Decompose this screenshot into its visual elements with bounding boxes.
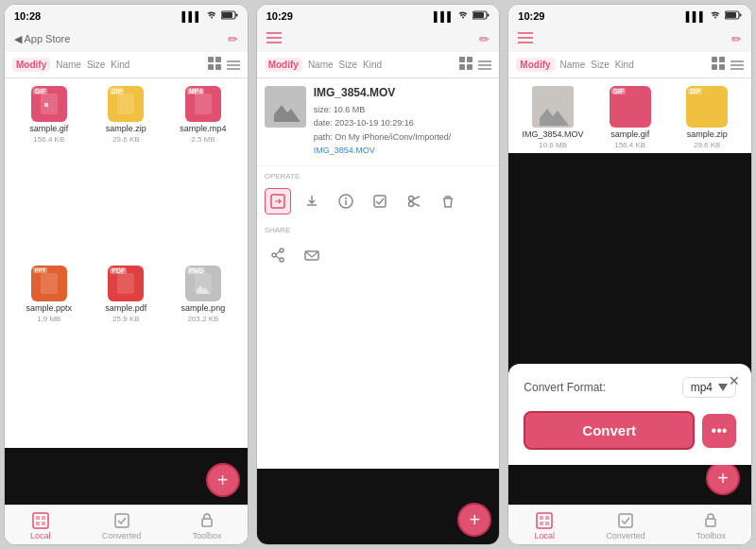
svg-rect-55	[719, 57, 725, 62]
svg-point-39	[408, 201, 413, 206]
svg-rect-25	[459, 57, 465, 62]
hamburger-icon-3[interactable]	[518, 30, 533, 47]
grid-icon-2[interactable]	[459, 57, 472, 74]
modify-btn-2[interactable]: Modify	[265, 58, 302, 72]
share-op-icon[interactable]	[265, 242, 291, 268]
file-info-row: IMG_3854.MOV size: 10.6 MB date: 2023-10…	[257, 78, 500, 166]
svg-rect-50	[740, 14, 742, 17]
convert-button[interactable]: Convert	[524, 411, 695, 450]
status-bar-1: 10:28 ▌▌▌	[5, 5, 248, 26]
list-item[interactable]: IMG_3854.MOV 10.6 MB	[516, 86, 590, 149]
svg-rect-13	[41, 273, 58, 294]
edit-icon-1[interactable]: ✏	[228, 32, 238, 46]
svg-rect-63	[619, 514, 632, 527]
bottom-bar-3: Local Converted Toolbox	[508, 505, 751, 544]
svg-rect-54	[712, 57, 717, 62]
add-fab-3[interactable]: +	[706, 461, 740, 495]
app-store-back[interactable]: ◀ App Store	[14, 33, 70, 45]
email-op-icon[interactable]	[299, 242, 325, 268]
svg-point-42	[280, 249, 284, 252]
file-detail-date: date: 2023-10-19 10:29:16	[314, 116, 492, 129]
tab-toolbox-3[interactable]: Toolbox	[696, 512, 726, 540]
svg-rect-1	[222, 12, 232, 18]
convert-op-icon[interactable]	[265, 188, 291, 214]
edit-icon-3[interactable]: ✏	[731, 32, 742, 46]
phone1: 10:28 ▌▌▌ ◀ App Store ✏ Modify Name Size…	[4, 4, 249, 545]
mov-thumbnail	[532, 86, 574, 128]
list-item[interactable]: ZIP sample.zip 29.6 KB	[670, 86, 744, 149]
signal-icon-1: ▌▌▌	[181, 11, 201, 22]
menu-icon-1[interactable]	[227, 57, 240, 74]
file-grid-3: IMG_3854.MOV 10.6 MB GIF sample.gif 156.…	[508, 78, 751, 153]
list-item[interactable]: ZIP sample.zip 29.6 KB	[90, 86, 163, 262]
tab-converted-1[interactable]: Converted	[102, 512, 142, 540]
svg-line-45	[276, 251, 280, 254]
tab-local-1[interactable]: Local	[30, 512, 51, 540]
list-item[interactable]: PNG sample.png 203.2 KB	[166, 266, 240, 441]
list-item[interactable]: PPT sample.pptx 1.9 MB	[12, 266, 86, 441]
svg-rect-2	[235, 14, 237, 17]
convert-modal: ✕ Convert Format: mp4 Convert •••	[508, 364, 751, 465]
bottom-bar-1: Local Converted Toolbox	[5, 505, 248, 544]
kind-label-1[interactable]: Kind	[111, 60, 129, 70]
signal-icon-2: ▌▌▌	[434, 11, 454, 22]
cut-op-icon[interactable]	[401, 188, 427, 214]
delete-op-icon[interactable]	[435, 188, 461, 214]
svg-rect-37	[374, 196, 386, 207]
toolbar-1: Modify Name Size Kind	[5, 52, 248, 78]
kind-label-2[interactable]: Kind	[363, 60, 382, 70]
nav-bar-2: ✏	[257, 26, 500, 52]
tab-local-3[interactable]: Local	[534, 512, 555, 540]
add-fab-2[interactable]: +	[457, 503, 491, 537]
wifi-icon-3	[710, 10, 721, 22]
file-grid-1: GIF sample.gif 156.4 KB ZIP sample.zip 2…	[5, 78, 248, 448]
file-name: sample.zip	[106, 124, 146, 133]
svg-rect-57	[719, 64, 725, 70]
hamburger-icon-2[interactable]	[266, 30, 282, 47]
size-label-2[interactable]: Size	[339, 60, 357, 70]
battery-icon-3	[725, 10, 742, 22]
grid-icon-3[interactable]	[712, 57, 725, 74]
list-item[interactable]: MP4 sample.mp4 2.5 MB	[166, 86, 240, 262]
svg-point-38	[408, 196, 413, 200]
list-item[interactable]: GIF sample.gif 156.4 KB	[12, 86, 86, 262]
file-size: 29.6 KB	[112, 135, 139, 144]
modal-close-btn[interactable]: ✕	[729, 373, 740, 388]
list-item[interactable]: PDF sample.pdf 25.9 KB	[90, 266, 163, 441]
status-bar-2: 10:29 ▌▌▌	[257, 5, 500, 26]
menu-icon-2[interactable]	[478, 57, 491, 74]
file-size: 203.2 KB	[187, 315, 218, 323]
share-icons	[265, 242, 492, 268]
size-label-3[interactable]: Size	[591, 60, 609, 70]
black-area-3: ✕ Convert Format: mp4 Convert •••	[508, 153, 751, 505]
size-label-1[interactable]: Size	[87, 60, 105, 70]
name-label-3[interactable]: Name	[560, 60, 586, 70]
add-fab-1[interactable]: +	[206, 463, 240, 497]
info-op-icon[interactable]	[333, 188, 359, 214]
name-label-2[interactable]: Name	[308, 60, 334, 70]
file-size: 156.4 KB	[33, 135, 64, 144]
file-name: sample.zip	[687, 129, 728, 139]
check-op-icon[interactable]	[367, 188, 393, 214]
tab-converted-3[interactable]: Converted	[606, 512, 645, 540]
ops-panel-2: OPERATE	[257, 166, 500, 274]
download-op-icon[interactable]	[299, 188, 325, 214]
modify-btn-1[interactable]: Modify	[12, 58, 50, 72]
svg-rect-21	[488, 14, 490, 17]
menu-icon-3[interactable]	[730, 57, 744, 74]
detail-panel-2: IMG_3854.MOV size: 10.6 MB date: 2023-10…	[257, 78, 500, 469]
modify-btn-3[interactable]: Modify	[516, 58, 554, 72]
edit-icon-2[interactable]: ✏	[479, 32, 490, 46]
more-dots-icon: •••	[712, 422, 728, 439]
file-icon-pdf: PDF	[108, 266, 144, 301]
file-name: IMG_3854.MOV	[523, 129, 584, 139]
svg-rect-20	[473, 12, 484, 18]
kind-label-3[interactable]: Kind	[615, 60, 634, 70]
tab-toolbox-1[interactable]: Toolbox	[193, 512, 222, 540]
name-label-1[interactable]: Name	[56, 60, 81, 70]
grid-icon-1[interactable]	[208, 57, 221, 74]
wifi-icon-1	[206, 10, 217, 22]
list-item[interactable]: GIF sample.gif 156.4 KB	[593, 86, 667, 149]
more-options-button[interactable]: •••	[702, 414, 736, 448]
file-name: sample.pptx	[26, 303, 73, 313]
